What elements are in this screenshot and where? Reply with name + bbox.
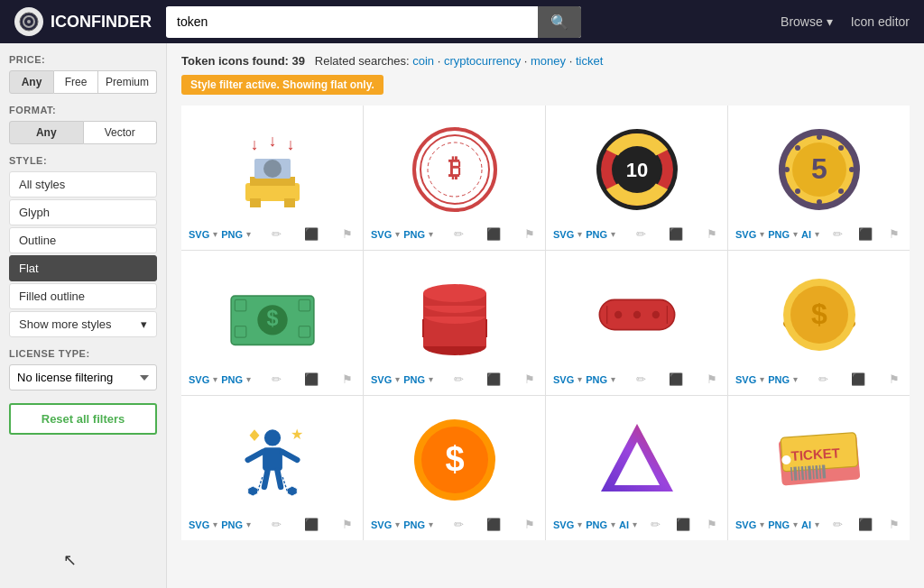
format-png-11[interactable]: PNG [586,519,607,530]
bookmark-btn-10[interactable]: ⬛ [484,516,504,533]
format-arrow-png-1[interactable]: ▾ [246,229,251,239]
flag-btn-1[interactable]: ⚑ [339,225,356,243]
bookmark-btn-9[interactable]: ⬛ [301,516,321,533]
format-arrow-ai-4[interactable]: ▾ [815,229,819,239]
edit-btn-1[interactable]: ✏ [269,225,284,243]
style-flat-btn[interactable]: Flat [9,255,157,281]
edit-btn-5[interactable]: ✏ [269,371,284,388]
format-png-4[interactable]: PNG [768,229,790,240]
format-arrow-png-10[interactable]: ▾ [429,519,433,529]
format-arrow-png-5[interactable]: ▾ [246,374,251,384]
bookmark-btn-8[interactable]: ⬛ [848,371,868,388]
format-arrow-png-6[interactable]: ▾ [429,374,433,384]
icon-cell-3[interactable]: 10 SVG ▾ PNG ▾ ✏ ⬛ ⚑ [546,106,727,250]
format-arrow-5[interactable]: ▾ [213,374,217,384]
format-arrow-1[interactable]: ▾ [213,229,217,239]
format-png-12[interactable]: PNG [768,519,790,530]
flag-btn-3[interactable]: ⚑ [704,225,720,243]
edit-btn-2[interactable]: ✏ [451,225,467,243]
edit-btn-3[interactable]: ✏ [633,225,649,243]
format-ai-4[interactable]: AI [801,229,811,240]
icon-cell-10[interactable]: $ SVG ▾ PNG ▾ ✏ ⬛ ⚑ [364,396,545,540]
format-arrow-9[interactable]: ▾ [213,519,217,529]
format-png-2[interactable]: PNG [403,229,425,240]
edit-btn-12[interactable]: ✏ [830,516,845,533]
edit-btn-10[interactable]: ✏ [451,516,467,533]
related-ticket[interactable]: ticket [576,54,603,68]
style-glyph-btn[interactable]: Glyph [9,199,157,225]
format-arrow-png-11[interactable]: ▾ [611,519,615,529]
format-svg-5[interactable]: SVG [189,374,209,385]
price-free-btn[interactable]: Free [54,70,98,94]
format-svg-8[interactable]: SVG [735,374,756,385]
edit-btn-6[interactable]: ✏ [451,371,467,388]
format-arrow-8[interactable]: ▾ [760,374,764,384]
bookmark-btn-2[interactable]: ⬛ [484,225,504,243]
related-cryptocurrency[interactable]: cryptocurrency [444,54,521,68]
format-arrow-png-2[interactable]: ▾ [429,229,433,239]
icon-cell-9[interactable]: ★ [181,396,363,540]
browse-link[interactable]: Browse ▾ [781,14,833,29]
format-arrow-ai-12[interactable]: ▾ [815,519,819,529]
format-svg-6[interactable]: SVG [371,374,392,385]
format-arrow-ai-11[interactable]: ▾ [633,519,637,529]
edit-btn-8[interactable]: ✏ [816,371,831,388]
price-any-btn[interactable]: Any [9,70,54,94]
format-arrow-6[interactable]: ▾ [395,374,400,384]
flag-btn-12[interactable]: ⚑ [886,516,902,533]
bookmark-btn-12[interactable]: ⬛ [855,516,875,533]
flag-btn-6[interactable]: ⚑ [522,371,538,388]
format-png-6[interactable]: PNG [403,374,425,385]
format-png-9[interactable]: PNG [221,519,243,530]
flag-btn-9[interactable]: ⚑ [339,516,356,533]
related-money[interactable]: money [531,54,566,68]
style-all-btn[interactable]: All styles [9,171,157,198]
flag-btn-8[interactable]: ⚑ [886,371,902,388]
icon-cell-2[interactable]: ₿ SVG ▾ PNG ▾ ✏ ⬛ ⚑ [364,106,545,250]
bookmark-btn-7[interactable]: ⬛ [666,371,686,388]
bookmark-btn-11[interactable]: ⬛ [673,516,693,533]
format-svg-10[interactable]: SVG [371,519,392,530]
bookmark-btn-3[interactable]: ⬛ [666,225,686,243]
show-more-styles-btn[interactable]: Show more styles ▾ [9,311,157,337]
bookmark-btn-4[interactable]: ⬛ [855,225,875,243]
format-png-10[interactable]: PNG [403,519,425,530]
bookmark-btn-5[interactable]: ⬛ [301,371,321,388]
format-svg-9[interactable]: SVG [189,519,209,530]
format-arrow-11[interactable]: ▾ [578,519,582,529]
flag-btn-7[interactable]: ⚑ [704,371,720,388]
flag-btn-5[interactable]: ⚑ [339,371,356,388]
format-arrow-7[interactable]: ▾ [578,374,582,384]
search-button[interactable]: 🔍 [538,6,581,38]
format-svg-2[interactable]: SVG [371,229,392,240]
icon-cell-12[interactable]: TICKET [728,396,910,540]
format-arrow-12[interactable]: ▾ [760,519,764,529]
format-png-5[interactable]: PNG [221,374,243,385]
icon-cell-8[interactable]: $ SVG ▾ PNG ▾ ✏ ⬛ ⚑ [728,251,910,395]
format-svg-3[interactable]: SVG [553,229,574,240]
flag-btn-11[interactable]: ⚑ [704,516,720,533]
format-png-1[interactable]: PNG [221,229,243,240]
format-any-btn[interactable]: Any [9,121,84,144]
icon-cell-1[interactable]: ↓ ↓ ↓ SVG ▾ PNG ▾ ✏ ⬛ ⚑ [181,106,363,250]
format-arrow-png-4[interactable]: ▾ [793,229,798,239]
format-arrow-png-12[interactable]: ▾ [793,519,798,529]
format-svg-1[interactable]: SVG [189,229,209,240]
edit-btn-11[interactable]: ✏ [648,516,663,533]
format-svg-7[interactable]: SVG [553,374,574,385]
format-arrow-3[interactable]: ▾ [578,229,582,239]
icon-cell-6[interactable]: SVG ▾ PNG ▾ ✏ ⬛ ⚑ [364,251,545,395]
edit-btn-7[interactable]: ✏ [633,371,649,388]
flag-btn-2[interactable]: ⚑ [522,225,538,243]
format-arrow-png-9[interactable]: ▾ [246,519,251,529]
format-svg-4[interactable]: SVG [735,229,756,240]
format-arrow-png-3[interactable]: ▾ [611,229,615,239]
format-png-7[interactable]: PNG [586,374,607,385]
reset-filters-btn[interactable]: Reset all filters [9,403,157,435]
format-arrow-png-8[interactable]: ▾ [793,374,798,384]
format-svg-12[interactable]: SVG [735,519,756,530]
icon-cell-11[interactable]: SVG ▾ PNG ▾ AI ▾ ✏ ⬛ ⚑ [546,396,727,540]
icon-editor-link[interactable]: Icon editor [851,14,910,29]
bookmark-btn-6[interactable]: ⬛ [484,371,504,388]
format-arrow-10[interactable]: ▾ [395,519,400,529]
